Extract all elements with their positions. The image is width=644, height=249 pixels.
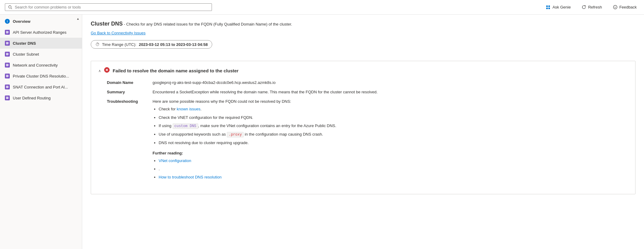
- page-subtitle: - Checks for any DNS related issues for …: [124, 22, 292, 26]
- main-content: Cluster DNS - Checks for any DNS related…: [82, 15, 644, 249]
- network-connectivity-icon: [5, 63, 10, 67]
- proxy-code: .proxy: [227, 132, 244, 137]
- sidebar-item-overview[interactable]: i Overview: [0, 16, 82, 27]
- svg-rect-4: [546, 8, 548, 9]
- domain-name-label: Domain Name: [107, 80, 146, 85]
- ask-genie-button[interactable]: Ask Genie: [543, 4, 573, 11]
- topbar: Ask Genie Refresh Feedback: [0, 0, 644, 15]
- summary-label: Summary: [107, 90, 146, 94]
- refresh-label: Refresh: [588, 5, 602, 9]
- sidebar-item-cluster-dns-label: Cluster DNS: [13, 41, 36, 46]
- result-card: ∧ Failed to resolve the domain name assi…: [91, 61, 635, 194]
- back-link[interactable]: Go Back to Connectivity Issues: [91, 31, 146, 35]
- api-server-icon: [5, 30, 10, 35]
- troubleshooting-list: Check for known issues. Check the VNET c…: [153, 106, 628, 146]
- sidebar-item-api-server-label: API Server Authorized Ranges: [13, 30, 66, 35]
- svg-point-0: [9, 5, 11, 8]
- page-header: Cluster DNS - Checks for any DNS related…: [91, 21, 635, 27]
- cluster-dns-icon: [5, 41, 10, 46]
- sidebar-item-cluster-subnet-label: Cluster Subnet: [13, 52, 39, 57]
- feedback-label: Feedback: [619, 5, 637, 9]
- sidebar-item-private-cluster[interactable]: Private Cluster DNS Resolutio...: [0, 71, 82, 81]
- page-title: Cluster DNS: [91, 21, 123, 27]
- time-range-label: Time Range (UTC):: [102, 42, 136, 47]
- refresh-icon: [582, 5, 586, 9]
- troubleshooting-label: Troubleshooting: [107, 99, 146, 183]
- svg-point-6: [613, 5, 617, 9]
- sidebar: ▲ i Overview API Server Authorized Range…: [0, 15, 82, 249]
- time-range-value: 2023-03-12 05:13 to 2023-03-13 04:58: [139, 42, 208, 47]
- sidebar-item-api-server[interactable]: API Server Authorized Ranges: [0, 27, 82, 38]
- sidebar-item-user-defined-label: User Defined Routing: [13, 96, 51, 100]
- sidebar-item-snat[interactable]: SNAT Connection and Port Al...: [0, 81, 82, 92]
- list-item: .: [159, 167, 628, 171]
- sidebar-item-cluster-dns[interactable]: Cluster DNS: [0, 38, 82, 49]
- collapse-button[interactable]: ∧: [98, 69, 101, 73]
- topbar-actions: Ask Genie Refresh Feedback: [543, 4, 639, 11]
- sidebar-item-private-cluster-label: Private Cluster DNS Resolutio...: [13, 74, 69, 78]
- sidebar-item-network-connectivity[interactable]: Network and Connectivity: [0, 60, 82, 71]
- domain-name-row: Domain Name googleproj-rg-aks-test-supp-…: [107, 80, 628, 85]
- summary-row: Summary Encountered a SocketException wh…: [107, 90, 628, 94]
- svg-line-1: [11, 8, 12, 9]
- list-item: How to troubleshoot DNS resolution: [159, 175, 628, 179]
- result-body: Domain Name googleproj-rg-aks-test-supp-…: [98, 80, 628, 183]
- troubleshooting-row: Troubleshooting Here are some possible r…: [107, 99, 628, 183]
- dns-troubleshoot-link[interactable]: How to troubleshoot DNS resolution: [159, 175, 222, 179]
- result-title: Failed to resolve the domain name assign…: [113, 68, 238, 73]
- search-icon: [8, 5, 12, 9]
- list-item: Check for known issues.: [159, 106, 628, 112]
- sidebar-item-overview-label: Overview: [13, 19, 30, 24]
- feedback-icon: [613, 5, 618, 9]
- troubleshooting-value: Here are some possible reasons why the F…: [153, 99, 628, 183]
- further-reading-label: Further reading:: [153, 151, 628, 155]
- user-defined-icon: [5, 95, 10, 100]
- summary-value: Encountered a SocketException while reso…: [153, 90, 628, 94]
- further-links-list: VNet configuration . How to troubleshoot…: [153, 158, 628, 179]
- list-item: Use of unsupported keywords such as .pro…: [159, 131, 628, 137]
- vnet-config-link[interactable]: VNet configuration: [159, 158, 191, 163]
- troubleshooting-intro: Here are some possible reasons why the F…: [153, 99, 628, 104]
- snat-icon: [5, 85, 10, 89]
- sidebar-item-cluster-subnet[interactable]: Cluster Subnet: [0, 49, 82, 60]
- cluster-subnet-icon: [5, 52, 10, 57]
- sidebar-item-network-connectivity-label: Network and Connectivity: [13, 63, 58, 67]
- domain-name-value: googleproj-rg-aks-test-supp-40cba2-dccdc…: [153, 80, 628, 85]
- genie-icon: [546, 5, 551, 10]
- search-box[interactable]: [5, 3, 212, 11]
- custom-dns-code: custom DNS: [173, 123, 198, 129]
- clock-icon: ⏱: [95, 42, 100, 47]
- list-item: DNS not resolving due to cluster requiri…: [159, 140, 628, 146]
- list-item: Check the VNET configuration for the req…: [159, 115, 628, 121]
- sidebar-item-snat-label: SNAT Connection and Port Al...: [13, 85, 68, 89]
- result-header: ∧ Failed to resolve the domain name assi…: [98, 67, 628, 74]
- sidebar-item-user-defined[interactable]: User Defined Routing: [0, 92, 82, 103]
- svg-point-8: [616, 7, 616, 7]
- feedback-button[interactable]: Feedback: [611, 4, 639, 11]
- search-input[interactable]: [15, 5, 209, 9]
- svg-rect-3: [548, 5, 550, 7]
- svg-rect-5: [548, 8, 550, 9]
- svg-rect-2: [546, 5, 548, 7]
- error-icon: [104, 67, 110, 74]
- scroll-indicator: ▲: [76, 17, 79, 20]
- layout: ▲ i Overview API Server Authorized Range…: [0, 15, 644, 249]
- ask-genie-label: Ask Genie: [552, 5, 571, 9]
- list-item: If using custom DNS, make sure the VNet …: [159, 123, 628, 129]
- known-issues-link[interactable]: known issues: [177, 107, 200, 111]
- svg-point-7: [614, 7, 615, 7]
- overview-icon: i: [5, 19, 10, 24]
- list-item: VNet configuration: [159, 158, 628, 163]
- private-cluster-icon: [5, 74, 10, 78]
- refresh-button[interactable]: Refresh: [579, 4, 604, 11]
- time-range-badge[interactable]: ⏱ Time Range (UTC): 2023-03-12 05:13 to …: [91, 40, 212, 49]
